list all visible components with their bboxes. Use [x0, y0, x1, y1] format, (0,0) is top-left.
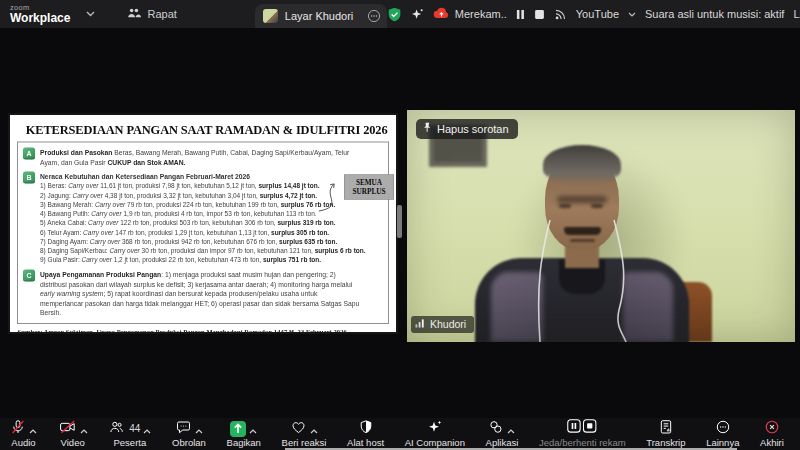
section-c-badge: C	[23, 269, 35, 281]
toolbar-audio[interactable]: Audio	[10, 420, 37, 448]
section-b-badge: B	[23, 172, 35, 184]
transcript-icon	[658, 419, 674, 439]
chevron-down-icon[interactable]	[86, 11, 95, 17]
tab-screen-share[interactable]: Layar Khudori	[255, 4, 387, 28]
stop-recording-icon[interactable]	[534, 9, 545, 20]
shared-screen-document: KETERSEDIAAN PANGAN SAAT RAMADAN & IDULF…	[8, 113, 398, 334]
toolbar-apps[interactable]: Aplikasi	[486, 420, 519, 448]
toolbar-host-tools[interactable]: Alat host	[347, 420, 384, 448]
more-ellipsis-icon	[715, 419, 731, 439]
participants-icon	[108, 419, 125, 439]
list-item: 2) Jagung: Carry over 4,38 jt ton, produ…	[40, 191, 366, 200]
pause-stop-record-icon[interactable]	[567, 419, 597, 438]
share-screen-icon	[230, 421, 246, 437]
camera-muted-icon	[58, 419, 77, 439]
chevron-up-icon[interactable]	[249, 420, 257, 438]
logo-workplace-text: Workplace	[10, 12, 70, 24]
list-item: 9) Gula Pasir: Carry over 1,2 jt ton, pr…	[40, 256, 366, 265]
toolbar-ai-companion[interactable]: AI Companion	[405, 420, 465, 448]
logo-zoom-text: zoom	[10, 4, 70, 12]
toolbar-video[interactable]: Video	[58, 420, 88, 448]
screen-thumbnail	[263, 9, 278, 23]
toolbar-share[interactable]: Bagikan	[227, 420, 261, 448]
surplus-badge: SEMUA SURPLUS	[344, 175, 394, 200]
spotlight-pin-icon	[422, 122, 432, 135]
document-content-box: A Produksi dan Pasokan Beras, Bawang Mer…	[17, 142, 389, 324]
chevron-up-icon[interactable]	[195, 420, 203, 438]
record-cloud-icon	[433, 7, 450, 21]
chevron-up-icon[interactable]	[29, 420, 37, 438]
mic-muted-icon	[10, 419, 26, 439]
view-button-label[interactable]: Lihat	[793, 8, 800, 20]
stream-platform-label: YouTube	[576, 8, 619, 20]
zoom-window: zoom Workplace Rapat Layar Khudori	[0, 0, 800, 450]
meeting-toolbar: Audio Video 44	[0, 418, 800, 450]
toolbar-transcript[interactable]: Transkrip	[646, 420, 685, 448]
screen-tab-label: Layar Khudori	[285, 10, 354, 22]
list-item: 4) Bawang Putih: Carry over 1,9 rb ton, …	[40, 209, 366, 218]
chevron-up-icon[interactable]	[80, 420, 88, 438]
remove-spotlight-button[interactable]: Hapus sorotan	[416, 119, 518, 139]
chevron-up-icon[interactable]	[310, 420, 318, 438]
apps-icon	[488, 419, 504, 439]
original-audio-status: Suara asli untuk musisi: aktif	[645, 8, 784, 20]
section-b: B Neraca Kebutuhan dan Ketersediaan Pang…	[23, 172, 382, 265]
toolbar-record-controls[interactable]: Jeda/berhenti rekam	[539, 420, 626, 448]
heart-icon	[290, 419, 307, 439]
tab-meeting[interactable]: Rapat	[127, 7, 176, 21]
document-source: Sumber: Amran Sulaiman. Upaya Pengamanan…	[18, 327, 389, 334]
titlebar-left: zoom Workplace Rapat Layar Khudori	[0, 0, 387, 28]
titlebar-right: Merekam.. YouTube Suara asli untuk musis…	[387, 7, 800, 22]
shield-icon	[358, 419, 374, 439]
toolbar-chat[interactable]: Obrolan	[172, 420, 206, 448]
participant-name-tag: Khudori	[411, 316, 474, 333]
meeting-stage: KETERSEDIAAN PANGAN SAAT RAMADAN & IDULF…	[0, 28, 800, 418]
recording-status: Merekam..	[433, 7, 507, 21]
spotlight-button-label: Hapus sorotan	[437, 123, 509, 135]
section-c-text: Upaya Pengamanan Produksi Pangan: 1) men…	[40, 270, 360, 318]
section-a: A Produksi dan Pasokan Beras, Bawang Mer…	[23, 148, 382, 168]
chevron-up-icon[interactable]	[143, 420, 151, 438]
list-item: 7) Daging Ayam: Carry over 368 rb ton, p…	[40, 237, 366, 246]
recording-label: Merekam..	[455, 8, 507, 20]
zoom-workplace-logo[interactable]: zoom Workplace	[10, 4, 70, 25]
list-item: 8) Daging Sapi/Kerbau: Carry over 30 rb …	[40, 246, 366, 255]
document-title: KETERSEDIAAN PANGAN SAAT RAMADAN & IDULF…	[10, 122, 396, 138]
scrollbar[interactable]	[397, 205, 402, 238]
pause-recording-icon[interactable]	[516, 9, 525, 20]
section-b-heading: Neraca Kebutuhan dan Ketersediaan Pangan…	[40, 173, 366, 181]
section-b-body: Neraca Kebutuhan dan Ketersediaan Pangan…	[40, 172, 366, 265]
list-item: 6) Telur Ayam: Carry over 147 rb ton, pr…	[40, 228, 366, 237]
security-shield-icon[interactable]	[387, 7, 402, 22]
chat-icon	[175, 419, 192, 439]
toolbar-participants[interactable]: 44 Peserta	[108, 420, 151, 448]
chevron-up-icon[interactable]	[507, 420, 515, 438]
stream-chevron-down-icon[interactable]	[628, 12, 636, 17]
section-a-text: Produksi dan Pasokan Beras, Bawang Merah…	[40, 148, 360, 167]
video-tile-khudori: Hapus sorotan Khudori	[407, 110, 795, 342]
toolbar-reactions[interactable]: Beri reaksi	[282, 420, 327, 448]
tab-options-icon[interactable]	[367, 9, 381, 23]
participant-count-badge: 44	[129, 423, 140, 434]
list-item: 3) Bawang Merah: Carry over 79 rb ton, p…	[40, 200, 366, 209]
meeting-tab-label: Rapat	[147, 8, 176, 20]
meeting-people-icon	[127, 7, 141, 21]
end-meeting-icon	[764, 419, 780, 439]
list-item: 5) Aneka Cabai: Carry over 122 rb ton, p…	[40, 219, 366, 228]
section-a-badge: A	[23, 148, 35, 160]
video-vignette	[407, 110, 795, 342]
toolbar-more[interactable]: Lainnya	[706, 420, 739, 448]
ai-sparkle-icon[interactable]	[411, 8, 424, 21]
audio-signal-icon	[415, 318, 426, 330]
toolbar-end-meeting[interactable]: Akhiri	[760, 420, 784, 448]
document-page: KETERSEDIAAN PANGAN SAAT RAMADAN & IDULF…	[10, 122, 396, 334]
participant-name: Khudori	[430, 318, 466, 330]
titlebar: zoom Workplace Rapat Layar Khudori	[0, 0, 800, 28]
live-stream-icon	[554, 8, 567, 21]
section-c: C Upaya Pengamanan Produksi Pangan: 1) m…	[23, 269, 382, 317]
list-item: 1) Beras: Carry over 11,61 jt ton, produ…	[40, 182, 366, 191]
sparkle-icon	[427, 419, 443, 439]
